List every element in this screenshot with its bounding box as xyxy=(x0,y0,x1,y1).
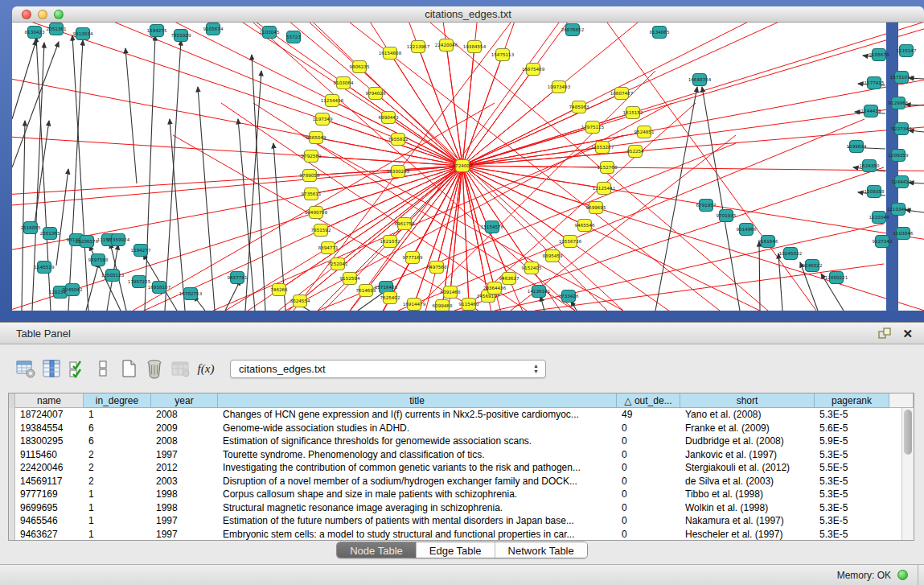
graph-node[interactable]: 7851592 xyxy=(311,225,331,237)
table-header-row[interactable]: namein_degreeyeartitle△ out_de...shortpa… xyxy=(9,393,914,408)
cell-short[interactable]: Dudbridge et al. (2008) xyxy=(680,435,815,448)
cell-year[interactable]: 2009 xyxy=(151,422,218,435)
cell-title[interactable]: Structural magnetic resonance image aver… xyxy=(218,501,617,515)
cell-short[interactable]: Franke et al. (2009) xyxy=(680,422,815,435)
network-canvas[interactable]: 8130423205136193130341594275785192991056… xyxy=(12,23,924,311)
close-panel-icon[interactable]: ✕ xyxy=(902,328,913,340)
cell-name[interactable]: 18724007 xyxy=(15,408,84,422)
cell-year[interactable]: 1997 xyxy=(151,448,218,462)
table-row[interactable]: 977716911998Corpus callosum shape and si… xyxy=(9,488,914,501)
cell-name[interactable]: 9465546 xyxy=(15,514,84,528)
cell-out_degree[interactable]: 0 xyxy=(617,448,680,462)
table-row[interactable]: 1938455462009Genome-wide association stu… xyxy=(9,422,914,435)
column-header-pagerank[interactable]: pagerank xyxy=(815,393,889,408)
tab-edge-table[interactable]: Edge Table xyxy=(417,542,495,558)
cell-out_degree[interactable]: 0 xyxy=(617,528,680,541)
graph-node[interactable]: 9245022 xyxy=(803,260,823,272)
cell-short[interactable]: de Silva et al. (2003) xyxy=(680,475,815,488)
table-row[interactable]: 911546021997Tourette syndrome. Phenomeno… xyxy=(9,448,914,462)
cell-year[interactable]: 2012 xyxy=(151,461,218,475)
clear-selection-icon[interactable] xyxy=(90,356,116,381)
cell-name[interactable]: 22420046 xyxy=(15,461,84,475)
tab-node-table[interactable]: Node Table xyxy=(337,542,417,558)
cell-out_degree[interactable]: 0 xyxy=(617,461,680,475)
cell-pagerank[interactable]: 5.3E-5 xyxy=(815,528,889,541)
cell-year[interactable]: 1997 xyxy=(151,528,218,541)
table-row[interactable]: 1456911722003Disruption of a novel membe… xyxy=(9,475,914,488)
graph-node[interactable]: 55723 xyxy=(286,31,301,43)
function-builder-icon[interactable]: f(x) xyxy=(193,356,219,381)
vertical-scrollbar[interactable] xyxy=(901,408,914,540)
column-header-year[interactable]: year xyxy=(151,393,218,408)
cell-name[interactable]: 9699695 xyxy=(15,501,84,515)
cell-year[interactable]: 2003 xyxy=(151,475,218,488)
cell-in_degree[interactable]: 6 xyxy=(84,435,151,448)
cell-in_degree[interactable]: 1 xyxy=(84,488,151,501)
table-panel-header[interactable]: Table Panel ✕ xyxy=(0,323,924,344)
table-row[interactable]: 1872400712008Changes of HCN gene express… xyxy=(9,408,914,422)
network-window-titlebar[interactable]: citations_edges.txt xyxy=(12,6,924,23)
column-header-out_degree[interactable]: △ out_de... xyxy=(617,393,680,408)
node-table[interactable]: namein_degreeyeartitle△ out_de...shortpa… xyxy=(8,393,914,541)
table-row[interactable]: 2242004622012Investigating the contribut… xyxy=(9,461,914,475)
graph-node[interactable]: 9245042 xyxy=(63,284,83,296)
cell-out_degree[interactable]: 0 xyxy=(617,435,680,448)
cell-pagerank[interactable]: 5.3E-5 xyxy=(815,448,889,462)
delete-column-icon[interactable] xyxy=(142,356,167,381)
cell-pagerank[interactable]: 5.9E-5 xyxy=(815,435,889,448)
table-settings-icon[interactable] xyxy=(13,356,39,381)
graph-node[interactable]: 9227342 xyxy=(873,236,893,248)
cell-short[interactable]: Yano et al. (2008) xyxy=(680,408,815,422)
cell-short[interactable]: Jankovic et al. (1997) xyxy=(680,448,815,462)
cell-pagerank[interactable]: 5.5E-5 xyxy=(815,461,889,475)
graph-node[interactable]: 952254 xyxy=(626,146,644,158)
cell-short[interactable]: Stergiakouli et al. (2012) xyxy=(680,461,815,475)
cell-in_degree[interactable]: 1 xyxy=(84,514,151,528)
new-column-icon[interactable] xyxy=(116,356,142,381)
table-row[interactable]: 969969511998Structural magnetic resonanc… xyxy=(9,501,914,515)
cell-in_degree[interactable]: 2 xyxy=(84,461,151,475)
table-selector-dropdown[interactable]: citations_edges.txt ▲▼ xyxy=(230,360,546,378)
tab-network-table[interactable]: Network Table xyxy=(495,542,587,558)
cell-year[interactable]: 2008 xyxy=(151,435,218,448)
cell-out_degree[interactable]: 0 xyxy=(617,488,680,501)
cell-title[interactable]: Genome-wide association studies in ADHD. xyxy=(218,422,617,435)
memory-ok-indicator[interactable] xyxy=(897,570,908,580)
cell-name[interactable]: 14569117 xyxy=(15,475,84,488)
column-header-name[interactable]: name xyxy=(15,393,84,408)
cell-title[interactable]: Disruption of a novel member of a sodium… xyxy=(218,475,617,488)
column-header-title[interactable]: title xyxy=(218,393,617,408)
cell-in_degree[interactable]: 2 xyxy=(84,448,151,462)
float-panel-icon[interactable] xyxy=(878,328,891,339)
graph-node[interactable]: 7955812 xyxy=(388,134,409,146)
cell-in_degree[interactable]: 1 xyxy=(84,528,151,541)
cell-in_degree[interactable]: 6 xyxy=(84,422,151,435)
cell-pagerank[interactable]: 5.3E-5 xyxy=(815,488,889,501)
table-row[interactable]: 946554611997Estimation of the future num… xyxy=(9,514,914,528)
import-table-icon[interactable] xyxy=(167,356,193,381)
cell-title[interactable]: Embryonic stem cells: a model to study s… xyxy=(218,528,617,541)
column-edit-icon[interactable] xyxy=(39,356,64,381)
cell-year[interactable]: 1998 xyxy=(151,488,218,501)
cell-title[interactable]: Estimation of significance thresholds fo… xyxy=(218,435,617,448)
cell-out_degree[interactable]: 0 xyxy=(617,422,680,435)
cell-in_degree[interactable]: 1 xyxy=(84,501,151,515)
cell-out_degree[interactable]: 49 xyxy=(617,408,680,422)
cell-pagerank[interactable]: 5.3E-5 xyxy=(815,514,889,528)
cell-title[interactable]: Changes of HCN gene expression and I(f) … xyxy=(218,408,617,422)
table-row[interactable]: 946362711997Embryonic stem cells: a mode… xyxy=(9,528,914,541)
cell-short[interactable]: Nakamura et al. (1997) xyxy=(680,514,815,528)
cell-in_degree[interactable]: 2 xyxy=(84,475,151,488)
cell-pagerank[interactable]: 5.3E-5 xyxy=(815,475,889,488)
cell-name[interactable]: 9777169 xyxy=(15,488,84,501)
cell-in_degree[interactable]: 1 xyxy=(84,408,151,422)
cell-short[interactable]: Tibbo et al. (1998) xyxy=(680,488,815,501)
cell-title[interactable]: Corpus callosum shape and size in male p… xyxy=(218,488,617,501)
cell-pagerank[interactable]: 5.3E-5 xyxy=(815,501,889,515)
table-row[interactable]: 1830029562008Estimation of significance … xyxy=(9,435,914,448)
cell-name[interactable]: 19384554 xyxy=(15,422,84,435)
column-header-in_degree[interactable]: in_degree xyxy=(84,393,151,408)
column-header-short[interactable]: short xyxy=(680,393,815,408)
cell-year[interactable]: 2008 xyxy=(151,408,218,422)
cell-year[interactable]: 1997 xyxy=(151,514,218,528)
